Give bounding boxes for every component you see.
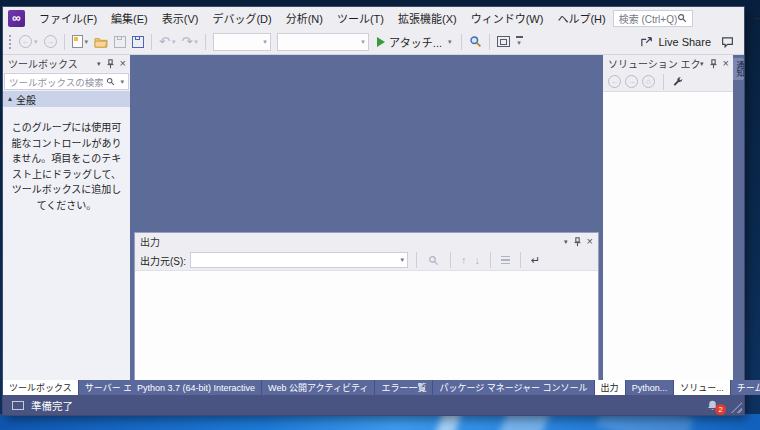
menu-item-view[interactable]: 表示(V) <box>155 7 206 29</box>
tab-solution-explorer[interactable]: ソリュー... <box>674 380 730 395</box>
menu-item-tools[interactable]: ツール(T) <box>330 7 391 29</box>
find-message-button[interactable] <box>426 250 441 270</box>
window-position-menu-icon[interactable]: ▾ <box>564 238 568 246</box>
properties-wrench-icon[interactable] <box>672 76 684 88</box>
menu-item-window[interactable]: ウィンドウ(W) <box>464 7 551 29</box>
close-icon[interactable]: × <box>723 58 729 69</box>
chevron-down-icon: ▾ <box>172 38 176 46</box>
pin-icon[interactable] <box>573 237 582 247</box>
window-box-icon <box>497 36 510 47</box>
output-content[interactable] <box>135 271 598 380</box>
tab-error-list[interactable]: エラー一覧 <box>375 380 432 395</box>
navigate-forward-button[interactable]: → <box>42 32 59 52</box>
open-file-button[interactable] <box>92 32 110 52</box>
quick-search-input[interactable]: 検索 (Ctrl+Q) <box>613 10 694 27</box>
open-folder-icon <box>94 36 108 48</box>
toolbox-section-general[interactable]: ▴ 全般 <box>3 91 130 107</box>
toolbar-grip-handle[interactable] <box>8 33 12 50</box>
clear-all-button[interactable] <box>499 256 512 265</box>
toolbar-options-button[interactable]: ▾ <box>516 36 523 47</box>
toolbox-title-bar[interactable]: ツールボックス ▾ × <box>3 55 130 72</box>
chevron-down-icon: ▾ <box>85 38 89 46</box>
minimize-button[interactable]: ─ <box>741 7 760 29</box>
menu-item-help[interactable]: ヘルプ(H) <box>550 7 612 29</box>
toolbox-search-placeholder: ツールボックスの検索 <box>9 75 103 89</box>
close-icon[interactable]: × <box>120 58 126 69</box>
solution-explorer-toolbar: ← → ⌂ <box>603 72 733 92</box>
toolbar-right-cluster: Live Share <box>640 36 738 48</box>
next-message-button[interactable]: ↓ <box>473 255 483 266</box>
toggle-word-wrap-button[interactable]: ↵ <box>529 255 542 266</box>
tab-toolbox[interactable]: ツールボックス <box>3 380 78 395</box>
save-all-button[interactable] <box>130 32 146 52</box>
navigate-forward-icon: → <box>44 35 57 48</box>
find-in-files-button[interactable] <box>467 32 484 52</box>
menu-item-analyze[interactable]: 分析(N) <box>279 7 330 29</box>
back-icon[interactable]: ← <box>608 75 621 88</box>
tab-web-publish-activity[interactable]: Web 公開アクティビティ <box>262 380 374 395</box>
visual-studio-logo-icon: ∞ <box>8 10 25 27</box>
forward-icon[interactable]: → <box>625 75 638 88</box>
redo-button[interactable]: ↷ ▾ <box>179 32 199 52</box>
tab-team-explorer[interactable]: チーム エ... <box>731 380 760 395</box>
window-controls: ─ □ × <box>741 7 760 29</box>
search-placeholder: 検索 (Ctrl+Q) <box>619 11 678 26</box>
window-position-menu-icon[interactable]: ▾ <box>97 60 101 68</box>
tab-python-interactive[interactable]: Python 3.7 (64-bit) Interactive <box>131 380 261 395</box>
search-icon <box>677 13 687 23</box>
toolbar-separator <box>64 34 65 50</box>
window-position-menu-icon[interactable]: ▾ <box>700 60 704 68</box>
feedback-icon <box>721 36 734 48</box>
navigate-backward-button[interactable]: ← ▾ <box>17 32 40 52</box>
toolbar-separator <box>520 252 521 268</box>
solution-platforms-combo[interactable]: ▾ <box>277 33 369 51</box>
save-button[interactable] <box>112 32 128 52</box>
pin-icon[interactable] <box>106 59 115 69</box>
menu-item-extensions[interactable]: 拡張機能(X) <box>391 7 464 29</box>
live-share-button[interactable]: Live Share <box>640 36 711 48</box>
tab-python-environments[interactable]: Python... <box>626 380 674 395</box>
save-all-icon <box>132 36 144 48</box>
navigate-backward-icon: ← <box>19 35 32 48</box>
output-toolbar: 出力元(S): ▾ ↑ ↓ <box>135 250 598 271</box>
pin-icon[interactable] <box>709 59 718 69</box>
tab-package-manager-console[interactable]: パッケージ マネージャー コンソール <box>433 380 593 395</box>
solution-explorer-panel: ソリューション エクスプローラー ▾ × ← → ⌂ <box>603 55 733 380</box>
tab-output[interactable]: 出力 <box>595 380 625 395</box>
autohide-tab-notifications[interactable]: 通知 <box>733 58 744 80</box>
toolbar-separator <box>461 34 462 50</box>
solution-explorer-title-bar[interactable]: ソリューション エクスプローラー ▾ × <box>603 55 733 72</box>
toolbar-separator <box>151 34 152 50</box>
solution-configurations-combo[interactable]: ▾ <box>213 33 271 51</box>
toolbox-title: ツールボックス <box>8 56 97 71</box>
toolbar-separator <box>663 74 664 90</box>
chevron-down-icon: ▾ <box>361 38 365 46</box>
wallpaper-light-streak <box>434 414 465 430</box>
home-icon[interactable]: ⌂ <box>642 75 655 88</box>
attach-debugger-button[interactable]: アタッチ... ▾ <box>372 32 457 52</box>
undo-icon: ↶ <box>159 35 170 48</box>
close-icon[interactable]: × <box>587 236 593 247</box>
ide-misc-button[interactable] <box>495 32 512 52</box>
menu-item-debug[interactable]: デバッグ(D) <box>205 7 278 29</box>
previous-message-button[interactable]: ↑ <box>459 255 469 266</box>
output-source-combo[interactable]: ▾ <box>190 252 408 268</box>
standard-toolbar: ← ▾ → ▾ ↶ ▾ ↷ ▾ <box>3 29 744 55</box>
chevron-down-icon[interactable]: ▾ <box>120 78 124 86</box>
status-ready-text: 準備完了 <box>31 398 73 413</box>
output-title: 出力 <box>140 234 564 249</box>
window-resize-grip[interactable] <box>731 402 742 413</box>
output-title-bar[interactable]: 出力 ▾ × <box>135 233 598 250</box>
attach-label: アタッチ... <box>389 34 442 50</box>
toolbox-search-input[interactable]: ツールボックスの検索 ▾ <box>4 73 129 90</box>
notifications-button[interactable]: 2 <box>706 399 719 412</box>
toolbar-separator <box>490 252 491 268</box>
undo-button[interactable]: ↶ ▾ <box>157 32 177 52</box>
menu-item-file[interactable]: ファイル(F) <box>32 7 104 29</box>
menu-item-edit[interactable]: 編集(E) <box>104 7 155 29</box>
output-panel-tabs: Python 3.7 (64-bit) Interactive Web 公開アク… <box>131 380 626 395</box>
new-project-button[interactable]: ▾ <box>70 32 91 52</box>
send-feedback-button[interactable] <box>721 36 734 48</box>
toolbar-separator <box>416 252 417 268</box>
solution-explorer-content[interactable] <box>603 92 733 380</box>
